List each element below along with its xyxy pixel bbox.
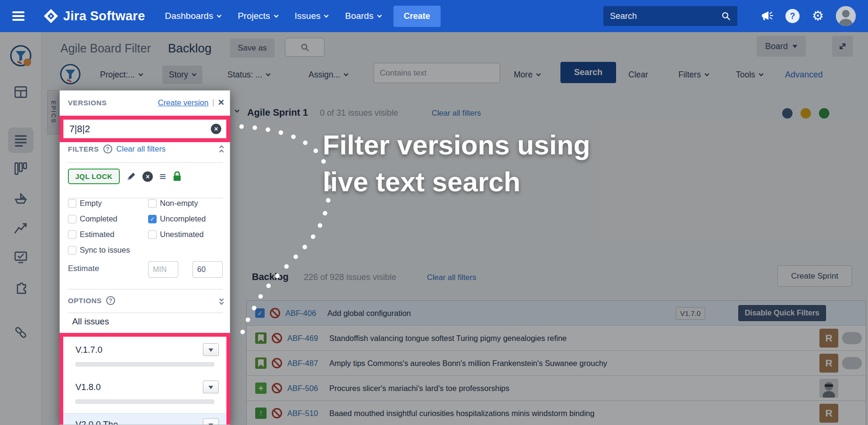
checkbox-icon xyxy=(68,246,76,255)
chevron-down-icon xyxy=(324,13,329,17)
user-avatar[interactable] xyxy=(836,6,856,26)
versions-title: VERSIONS xyxy=(68,99,107,107)
jql-lock-row: JQL LOCK × ≡ xyxy=(68,169,223,184)
checkbox-icon-checked xyxy=(148,215,157,223)
checkbox-icon xyxy=(148,199,157,208)
filter-checkbox-sync-to-issues[interactable]: Sync to issues xyxy=(68,246,130,255)
checkbox-icon xyxy=(68,215,76,223)
estimate-label: Estimate xyxy=(68,264,99,273)
global-search-box xyxy=(603,6,737,26)
nav-menu: Dashboards Projects Issues Boards xyxy=(165,11,381,21)
help-icon[interactable]: ? xyxy=(785,9,800,23)
version-search-input[interactable] xyxy=(64,124,211,135)
filters-section-header: FILTERS ? Clear all filters xyxy=(68,144,223,153)
jira-logo[interactable]: Jira Software xyxy=(43,8,145,24)
nav-boards[interactable]: Boards xyxy=(345,11,381,21)
version-item[interactable]: V1.8.0 xyxy=(75,382,101,392)
expand-section-icon[interactable] xyxy=(220,298,223,304)
clear-all-filters-link[interactable]: Clear all filters xyxy=(117,144,166,153)
version-item[interactable]: V.1.7.0 xyxy=(75,345,102,355)
versions-panel: VERSIONS Create version | × × FILTERS ? … xyxy=(59,90,230,425)
nav-projects[interactable]: Projects xyxy=(238,11,278,21)
all-issues-option[interactable]: All issues xyxy=(72,316,109,327)
divider xyxy=(68,313,223,313)
nav-issues[interactable]: Issues xyxy=(295,11,328,21)
estimate-min-input[interactable] xyxy=(148,261,178,278)
filter-checkbox-non-empty[interactable]: Non-empty xyxy=(148,199,198,208)
close-icon[interactable]: × xyxy=(218,97,224,108)
filter-checkbox-completed[interactable]: Completed xyxy=(68,214,117,223)
filter-checkbox-unestimated[interactable]: Unestimated xyxy=(148,230,204,239)
separator: | xyxy=(212,98,214,107)
divider xyxy=(68,162,223,163)
search-icon[interactable] xyxy=(721,11,731,21)
global-search-input[interactable] xyxy=(610,11,721,21)
version-list: V.1.7.0 V1.8.0 V2.0.0 The... xyxy=(63,337,226,425)
filters-title: FILTERS xyxy=(68,145,99,153)
edit-pencil-icon[interactable] xyxy=(126,172,136,181)
nav-icon-group: ? ⚙ xyxy=(760,6,856,26)
create-version-link[interactable]: Create version xyxy=(158,98,209,107)
options-section-header: OPTIONS ? xyxy=(68,296,223,305)
version-dropdown-button[interactable] xyxy=(203,418,219,425)
top-nav: Jira Software Dashboards Projects Issues… xyxy=(0,0,868,32)
version-progress-bar xyxy=(75,400,214,404)
divider xyxy=(68,289,223,289)
help-icon[interactable]: ? xyxy=(106,296,115,305)
app-switcher-icon[interactable] xyxy=(12,11,25,21)
help-icon[interactable]: ? xyxy=(103,144,112,153)
jql-menu-icon[interactable]: ≡ xyxy=(159,170,166,183)
versions-panel-header: VERSIONS Create version | × xyxy=(68,97,224,108)
version-dropdown-button[interactable] xyxy=(203,343,219,356)
estimate-max-input[interactable] xyxy=(192,261,223,278)
chevron-down-icon xyxy=(217,13,221,17)
create-button[interactable]: Create xyxy=(393,6,441,27)
version-item-row[interactable]: V2.0.0 The... xyxy=(63,413,226,425)
filter-checkbox-estimated[interactable]: Estimated xyxy=(68,230,114,239)
filter-checkbox-empty[interactable]: Empty xyxy=(68,199,102,208)
version-item[interactable]: V2.0.0 The... xyxy=(75,419,125,425)
avatar-silhouette-icon xyxy=(836,6,856,26)
collapse-section-icon[interactable] xyxy=(220,145,223,153)
chevron-down-icon xyxy=(274,13,278,17)
checkbox-icon xyxy=(68,230,76,239)
lock-icon xyxy=(173,171,182,181)
annotation-line-1: Filter versions using xyxy=(323,127,590,163)
product-name: Jira Software xyxy=(63,9,145,24)
version-progress-bar xyxy=(75,362,214,366)
version-dropdown-button[interactable] xyxy=(203,381,219,393)
chevron-down-icon xyxy=(377,13,382,17)
checkbox-icon xyxy=(68,199,76,208)
nav-dashboards[interactable]: Dashboards xyxy=(165,11,220,21)
divider xyxy=(68,198,223,198)
version-search-box: × xyxy=(63,119,226,138)
version-search-highlight: × xyxy=(59,116,230,142)
filter-checkbox-uncompleted[interactable]: Uncompleted xyxy=(148,214,206,223)
gear-icon[interactable]: ⚙ xyxy=(812,9,824,23)
megaphone-icon[interactable] xyxy=(760,9,773,23)
annotation-line-2: live text search xyxy=(323,163,590,200)
remove-jql-icon[interactable]: × xyxy=(142,171,153,182)
jira-backlog-screen: Jira Software Dashboards Projects Issues… xyxy=(0,0,868,425)
jira-diamond-icon xyxy=(43,8,58,24)
options-title: OPTIONS xyxy=(68,297,102,305)
jql-lock-button[interactable]: JQL LOCK xyxy=(68,169,120,184)
checkbox-icon xyxy=(148,230,157,239)
version-list-highlight: V.1.7.0 V1.8.0 V2.0.0 The... xyxy=(59,333,230,425)
clear-search-icon[interactable]: × xyxy=(211,124,221,134)
tutorial-annotation: Filter versions using live text search xyxy=(323,127,590,200)
